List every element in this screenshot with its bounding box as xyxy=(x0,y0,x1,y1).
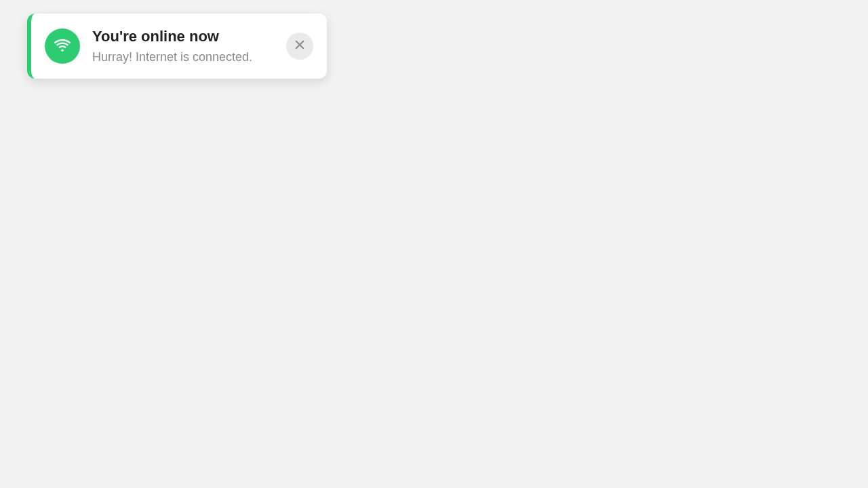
close-button[interactable] xyxy=(286,33,313,60)
online-toast: You're online now Hurray! Internet is co… xyxy=(27,14,327,79)
wifi-icon-circle xyxy=(45,28,80,64)
close-icon xyxy=(294,39,306,53)
toast-title: You're online now xyxy=(92,27,274,47)
toast-content: You're online now Hurray! Internet is co… xyxy=(92,27,274,65)
toast-message: Hurray! Internet is connected. xyxy=(92,49,274,65)
wifi-icon xyxy=(53,35,72,57)
